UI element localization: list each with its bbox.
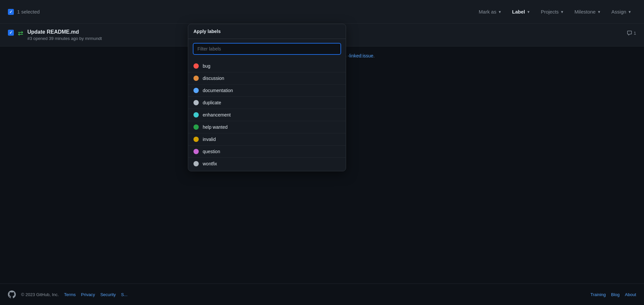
comment-count: 1 [634, 31, 636, 36]
label-item[interactable]: wontfix [188, 158, 346, 170]
label-button[interactable]: Label ▼ [508, 6, 535, 17]
label-color-dot [193, 149, 199, 154]
label-item[interactable]: enhancement [188, 109, 346, 121]
label-item[interactable]: bug [188, 60, 346, 72]
footer-copyright: © 2023 GitHub, Inc. [21, 292, 59, 297]
footer-right-links: Training Blog About [591, 292, 636, 297]
label-name: documentation [203, 88, 233, 93]
header-bar: 1 selected Mark as ▼ Label ▼ Projects ▼ … [0, 0, 644, 24]
label-color-dot [193, 63, 199, 69]
footer-terms-link[interactable]: Terms [64, 292, 75, 297]
dropdown-title: Apply labels [193, 29, 220, 34]
label-item[interactable]: documentation [188, 85, 346, 97]
label-color-dot [193, 124, 199, 130]
label-name: bug [203, 63, 210, 69]
milestone-button[interactable]: Milestone ▼ [570, 6, 605, 17]
assign-button[interactable]: Assign ▼ [607, 6, 636, 17]
projects-chevron-icon: ▼ [560, 10, 564, 14]
footer-training-link[interactable]: Training [591, 292, 606, 297]
mark-as-chevron-icon: ▼ [498, 10, 502, 14]
assign-chevron-icon: ▼ [628, 10, 631, 14]
label-name: duplicate [203, 100, 221, 105]
label-item[interactable]: help wanted [188, 121, 346, 133]
milestone-label: Milestone [574, 9, 596, 15]
projects-label: Projects [541, 9, 559, 15]
mark-as-label: Mark as [479, 9, 496, 15]
label-name: wontfix [203, 161, 217, 166]
dropdown-header: Apply labels [188, 24, 346, 39]
footer-blog-link[interactable]: Blog [611, 292, 620, 297]
label-name: invalid [203, 137, 216, 142]
label-name: enhancement [203, 112, 231, 118]
label-dropdown: Apply labels bugdiscussiondocumentationd… [188, 24, 346, 171]
label-color-dot [193, 112, 199, 118]
header-actions: Mark as ▼ Label ▼ Projects ▼ Milestone ▼… [474, 6, 636, 17]
filter-labels-input[interactable] [193, 43, 341, 55]
selected-info: 1 selected [8, 9, 40, 15]
milestone-chevron-icon: ▼ [597, 10, 601, 14]
label-item[interactable]: discussion [188, 72, 346, 85]
github-logo-icon [8, 290, 16, 298]
label-color-dot [193, 137, 199, 142]
projects-button[interactable]: Projects ▼ [536, 6, 569, 17]
label-list: bugdiscussiondocumentationduplicateenhan… [188, 59, 346, 171]
label-color-dot [193, 100, 199, 105]
label-name: discussion [203, 76, 224, 81]
select-all-checkbox[interactable] [8, 9, 14, 15]
footer-security-link[interactable]: Security [100, 292, 116, 297]
filter-input-wrapper [188, 39, 346, 59]
label-item[interactable]: question [188, 146, 346, 158]
label-item[interactable]: duplicate [188, 97, 346, 109]
mark-as-button[interactable]: Mark as ▼ [474, 6, 506, 17]
footer-privacy-link[interactable]: Privacy [81, 292, 95, 297]
pr-open-icon: ⇄ [18, 29, 23, 37]
label-item[interactable]: invalid [188, 133, 346, 146]
footer: © 2023 GitHub, Inc. Terms Privacy Securi… [0, 284, 644, 305]
label-color-dot [193, 76, 199, 81]
protip-link[interactable]: -linked:issue [348, 53, 373, 58]
label-name: help wanted [203, 124, 228, 130]
label-color-dot [193, 88, 199, 93]
assign-label: Assign [611, 9, 626, 15]
selected-count-label: 1 selected [17, 9, 40, 15]
label-label: Label [512, 9, 525, 15]
footer-status-link[interactable]: S... [121, 292, 128, 297]
pr-checkbox[interactable] [8, 30, 14, 36]
label-name: question [203, 149, 220, 154]
footer-about-link[interactable]: About [625, 292, 636, 297]
comment-icon [627, 30, 632, 36]
label-color-dot [193, 161, 199, 166]
label-chevron-icon: ▼ [527, 10, 530, 14]
pr-comment-count: 1 [627, 30, 636, 36]
